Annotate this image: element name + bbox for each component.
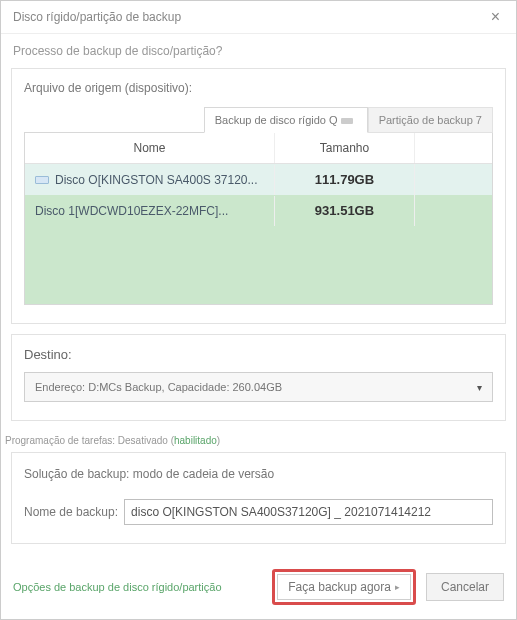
solution-panel: Solução de backup: modo de cadeia de ver… [11, 452, 506, 544]
table-body: Disco O[KINGSTON SA400S 37120... 111.79G… [25, 164, 492, 304]
schedule-row: Programação de tarefas: Desativado (habi… [1, 431, 516, 452]
cell-size: 931.51GB [275, 195, 415, 226]
source-tabs: Backup de disco rígido Q Partição de bac… [24, 107, 493, 133]
destination-label: Destino: [24, 347, 493, 362]
cell-name: Disco O[KINGSTON SA400S 37120... [25, 165, 275, 195]
window-subtitle: Processo de backup de disco/partição? [1, 34, 516, 64]
table-row[interactable]: Disco O[KINGSTON SA400S 37120... 111.79G… [25, 164, 492, 195]
col-size-header[interactable]: Tamanho [275, 133, 415, 163]
cell-name-text: Disco O[KINGSTON SA400S 37120... [55, 173, 258, 187]
source-table: Nome Tamanho Disco O[KINGSTON SA400S 371… [24, 132, 493, 305]
solution-mode: Solução de backup: modo de cadeia de ver… [24, 467, 493, 481]
table-row[interactable]: Disco 1[WDCWD10EZEX-22MFC]... 931.51GB [25, 195, 492, 226]
backup-name-label: Nome de backup: [24, 505, 118, 519]
cancel-button[interactable]: Cancelar [426, 573, 504, 601]
chevron-down-icon: ▸ [395, 582, 400, 592]
primary-button-highlight: Faça backup agora ▸ [272, 569, 416, 605]
disk-icon [35, 176, 49, 184]
tab-partition-backup[interactable]: Partição de backup 7 [368, 107, 493, 133]
col-rest-header [415, 133, 492, 163]
disk-icon [341, 118, 353, 124]
options-link[interactable]: Opções de backup de disco rígido/partiçã… [13, 581, 222, 593]
close-icon[interactable]: × [487, 9, 504, 25]
schedule-prefix: Programação de tarefas: Desativado ( [5, 435, 174, 446]
window-title: Disco rígido/partição de backup [13, 10, 181, 24]
cell-name-text: Disco 1[WDCWD10EZEX-22MFC]... [35, 204, 228, 218]
schedule-suffix: ) [217, 435, 220, 446]
titlebar: Disco rígido/partição de backup × [1, 1, 516, 34]
backup-name-input[interactable] [124, 499, 493, 525]
tab-disk-backup-label: Backup de disco rígido Q [215, 114, 338, 126]
backup-name-row: Nome de backup: [24, 499, 493, 525]
col-name-header[interactable]: Nome [25, 133, 275, 163]
destination-panel: Destino: Endereço: D:MCs Backup, Capacid… [11, 334, 506, 421]
source-panel: Arquivo de origem (dispositivo): Backup … [11, 68, 506, 324]
table-header: Nome Tamanho [25, 133, 492, 164]
footer-buttons: Faça backup agora ▸ Cancelar [272, 569, 504, 605]
tab-disk-backup[interactable]: Backup de disco rígido Q [204, 107, 368, 133]
backup-now-button[interactable]: Faça backup agora ▸ [277, 574, 411, 600]
backup-dialog: Disco rígido/partição de backup × Proces… [0, 0, 517, 620]
destination-select[interactable]: Endereço: D:MCs Backup, Capacidade: 260.… [24, 372, 493, 402]
cell-name: Disco 1[WDCWD10EZEX-22MFC]... [25, 196, 275, 226]
backup-now-label: Faça backup agora [288, 580, 391, 594]
chevron-down-icon: ▾ [477, 382, 482, 393]
destination-value: Endereço: D:MCs Backup, Capacidade: 260.… [35, 381, 282, 393]
tab-partition-backup-label: Partição de backup 7 [379, 114, 482, 126]
footer: Opções de backup de disco rígido/partiçã… [1, 559, 516, 619]
schedule-enable-link[interactable]: habilitado [174, 435, 217, 446]
source-label: Arquivo de origem (dispositivo): [24, 81, 493, 95]
cell-size: 111.79GB [275, 164, 415, 195]
